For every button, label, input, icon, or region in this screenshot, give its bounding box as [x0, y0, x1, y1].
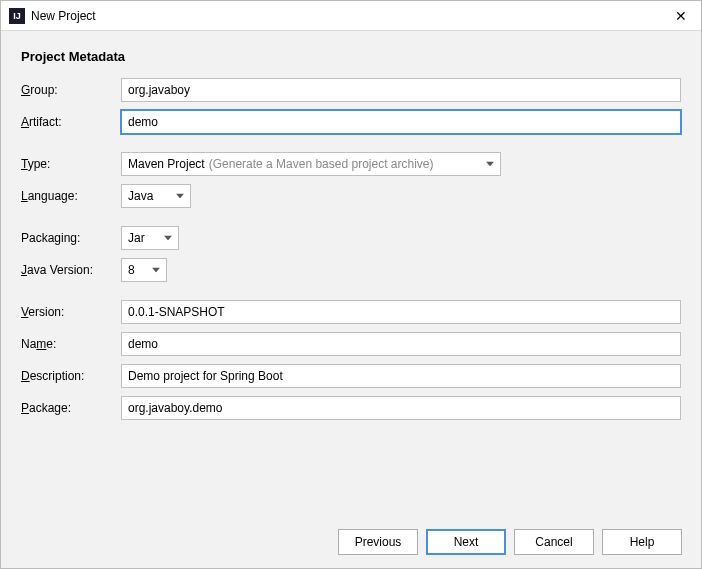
package-label: Package:	[21, 401, 121, 415]
packaging-select[interactable]: Jar	[121, 226, 179, 250]
packaging-label: Packaging:	[21, 231, 121, 245]
version-input[interactable]	[121, 300, 681, 324]
type-label: Type:	[21, 157, 121, 171]
language-select[interactable]: Java	[121, 184, 191, 208]
name-input[interactable]	[121, 332, 681, 356]
content-area: Project Metadata Group: Artifact: Type: …	[1, 31, 701, 438]
artifact-input[interactable]	[121, 110, 681, 134]
chevron-down-icon	[164, 236, 172, 241]
next-button[interactable]: Next	[426, 529, 506, 555]
chevron-down-icon	[486, 162, 494, 167]
chevron-down-icon	[152, 268, 160, 273]
close-icon[interactable]: ✕	[669, 8, 693, 24]
packaging-select-value: Jar	[128, 231, 145, 245]
titlebar: IJ New Project ✕	[1, 1, 701, 31]
type-select[interactable]: Maven Project (Generate a Maven based pr…	[121, 152, 501, 176]
group-input[interactable]	[121, 78, 681, 102]
java-version-label: Java Version:	[21, 263, 121, 277]
type-select-value: Maven Project	[128, 157, 205, 171]
description-label: Description:	[21, 369, 121, 383]
cancel-button[interactable]: Cancel	[514, 529, 594, 555]
button-bar: Previous Next Cancel Help	[338, 529, 682, 555]
java-version-select[interactable]: 8	[121, 258, 167, 282]
window-title: New Project	[31, 9, 669, 23]
type-select-hint: (Generate a Maven based project archive)	[209, 157, 434, 171]
java-version-select-value: 8	[128, 263, 135, 277]
version-label: Version:	[21, 305, 121, 319]
section-heading: Project Metadata	[21, 49, 681, 64]
language-label: Language:	[21, 189, 121, 203]
previous-button[interactable]: Previous	[338, 529, 418, 555]
language-select-value: Java	[128, 189, 153, 203]
app-icon: IJ	[9, 8, 25, 24]
name-label: Name:	[21, 337, 121, 351]
package-input[interactable]	[121, 396, 681, 420]
group-label: Group:	[21, 83, 121, 97]
chevron-down-icon	[176, 194, 184, 199]
help-button[interactable]: Help	[602, 529, 682, 555]
artifact-label: Artifact:	[21, 115, 121, 129]
description-input[interactable]	[121, 364, 681, 388]
